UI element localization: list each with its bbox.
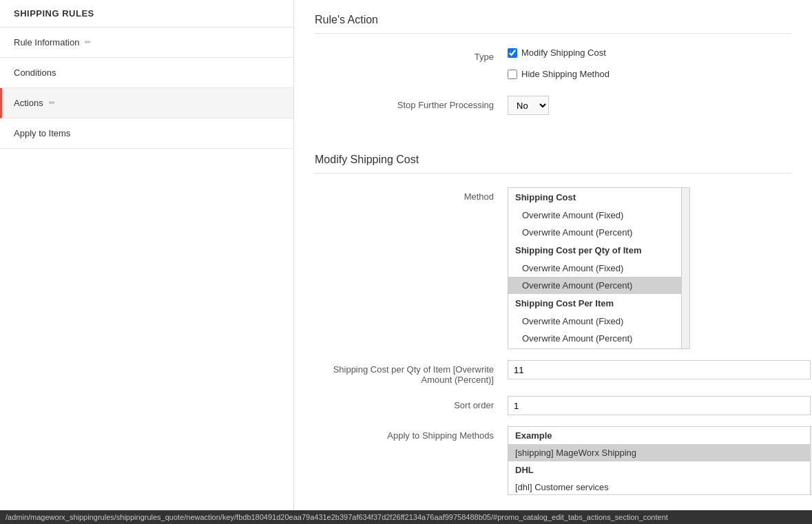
actions-edit-icon[interactable]: ✏: [49, 98, 55, 107]
hide-shipping-method-wrapper: Hide Shipping Method: [508, 69, 610, 79]
method-row: Method Shipping Cost Overwrite Amount (F…: [315, 187, 791, 349]
listbox-item-sc-percent[interactable]: Overwrite Amount (Percent): [508, 224, 681, 241]
apply-item-dhl-customer[interactable]: [dhl] Customer services: [508, 479, 810, 495]
hide-shipping-method-checkbox[interactable]: [508, 70, 517, 79]
sidebar-item-apply-to-items-label: Apply to Items: [14, 128, 70, 138]
sidebar-header: SHIPPING RULES: [0, 0, 293, 28]
apply-group-dhl: DHL: [508, 461, 810, 479]
rule-information-edit-icon[interactable]: ✏: [85, 38, 91, 47]
group-shipping-cost-weight: Shipping Cost Per 1 Unit of Weight: [508, 347, 681, 349]
sidebar-item-actions[interactable]: Actions ✏: [0, 88, 293, 118]
stop-further-processing-row: Stop Further Processing No Yes: [315, 96, 791, 115]
stop-further-processing-select-wrapper: No Yes: [508, 96, 549, 115]
group-shipping-cost-qty: Shipping Cost per Qty of Item: [508, 241, 681, 260]
sort-order-row: Sort order: [315, 396, 791, 415]
sidebar-item-apply-to-items[interactable]: Apply to Items: [0, 118, 293, 149]
amount-control: [508, 360, 811, 379]
group-shipping-cost-per-item: Shipping Cost Per Item: [508, 294, 681, 313]
type-row: Type Modify Shipping Cost Hide Shipping …: [315, 48, 791, 85]
rules-action-title: Rule's Action: [315, 14, 791, 34]
main-content: Rule's Action Type Modify Shipping Cost …: [294, 0, 812, 510]
hide-shipping-method-label: Hide Shipping Method: [521, 69, 610, 79]
method-label: Method: [315, 187, 508, 202]
sidebar-item-conditions[interactable]: Conditions: [0, 58, 293, 88]
rules-action-section: Rule's Action Type Modify Shipping Cost …: [294, 0, 812, 140]
status-bar: /admin/mageworx_shippingrules/shippingru…: [0, 510, 812, 524]
amount-row: Shipping Cost per Qty of Item [Overwrite…: [315, 360, 791, 385]
listbox-item-sc-fixed[interactable]: Overwrite Amount (Fixed): [508, 207, 681, 224]
modify-shipping-cost-label: Modify Shipping Cost: [521, 48, 606, 58]
apply-listbox-wrapper: Example [shipping] MageWorx Shipping DHL…: [508, 426, 812, 495]
sidebar-item-actions-label: Actions: [14, 98, 43, 108]
sidebar-item-rule-information-label: Rule Information: [14, 37, 79, 48]
modify-shipping-cost-wrapper: Modify Shipping Cost: [508, 48, 610, 58]
group-shipping-cost: Shipping Cost: [508, 188, 681, 207]
type-control: Modify Shipping Cost Hide Shipping Metho…: [508, 48, 791, 85]
sidebar-title: SHIPPING RULES: [14, 8, 94, 19]
sort-order-input[interactable]: [508, 396, 811, 415]
apply-item-mageworx[interactable]: [shipping] MageWorx Shipping: [508, 444, 810, 461]
apply-to-shipping-methods-label: Apply to Shipping Methods: [315, 426, 508, 441]
stop-further-processing-label: Stop Further Processing: [315, 96, 508, 110]
sidebar-item-rule-information[interactable]: Rule Information ✏: [0, 28, 293, 58]
sidebar-item-conditions-label: Conditions: [14, 67, 56, 78]
type-label: Type: [315, 48, 508, 62]
amount-label: Shipping Cost per Qty of Item [Overwrite…: [315, 360, 508, 385]
method-listbox-wrapper: Shipping Cost Overwrite Amount (Fixed) O…: [508, 187, 690, 349]
apply-to-shipping-methods-listbox[interactable]: Example [shipping] MageWorx Shipping DHL…: [508, 426, 811, 495]
stop-further-processing-select[interactable]: No Yes: [508, 96, 549, 115]
modify-shipping-cost-section: Modify Shipping Cost Method Shipping Cos…: [294, 140, 812, 510]
method-control: Shipping Cost Overwrite Amount (Fixed) O…: [508, 187, 791, 349]
modify-shipping-cost-title: Modify Shipping Cost: [315, 154, 791, 174]
apply-group-example: Example: [508, 427, 810, 444]
listbox-item-pi-fixed[interactable]: Overwrite Amount (Fixed): [508, 313, 681, 330]
sidebar: SHIPPING RULES Rule Information ✏ Condit…: [0, 0, 294, 510]
sort-order-label: Sort order: [315, 396, 508, 410]
listbox-item-qty-fixed[interactable]: Overwrite Amount (Fixed): [508, 260, 681, 277]
listbox-item-pi-percent[interactable]: Overwrite Amount (Percent): [508, 330, 681, 347]
listbox-item-qty-percent[interactable]: Overwrite Amount (Percent): [508, 277, 681, 294]
apply-to-shipping-methods-control: Example [shipping] MageWorx Shipping DHL…: [508, 426, 812, 495]
method-scrollbar: [682, 187, 690, 349]
stop-further-processing-control: No Yes: [508, 96, 791, 115]
status-url: /admin/mageworx_shippingrules/shippingru…: [6, 513, 668, 521]
amount-label-text: Shipping Cost per Qty of Item [Overwrite…: [333, 364, 494, 385]
amount-input[interactable]: [508, 360, 811, 379]
method-listbox[interactable]: Shipping Cost Overwrite Amount (Fixed) O…: [508, 187, 682, 349]
apply-to-shipping-methods-row: Apply to Shipping Methods Example [shipp…: [315, 426, 791, 495]
sort-order-control: [508, 396, 811, 415]
modify-shipping-cost-checkbox[interactable]: [508, 48, 517, 58]
